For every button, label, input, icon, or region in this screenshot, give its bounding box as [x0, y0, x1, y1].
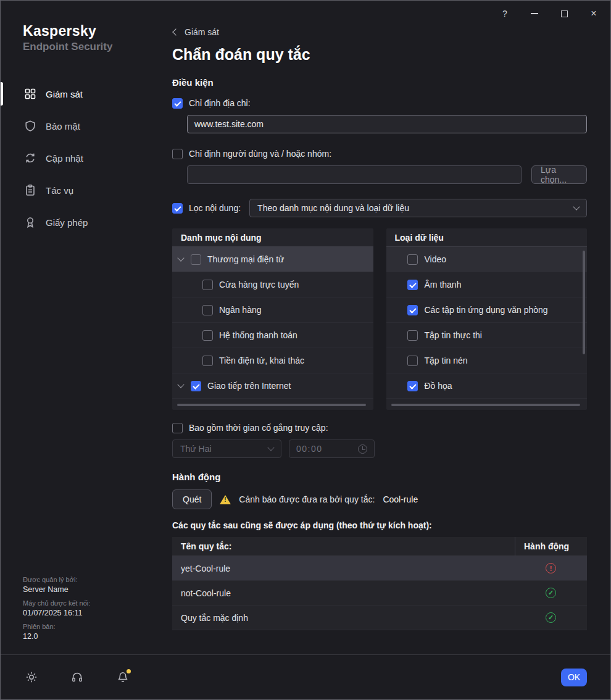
rules-table-header: Tên quy tắc: Hành động	[172, 537, 587, 556]
address-input[interactable]: www.test.site.com	[187, 115, 587, 133]
categories-header: Danh mục nội dung	[172, 228, 373, 247]
category-checkbox[interactable]	[202, 280, 213, 290]
server-connected-value: 01/07/2025 16:11	[23, 609, 90, 617]
horizontal-scrollbar[interactable]	[177, 404, 366, 406]
data-type-checkbox[interactable]	[407, 356, 418, 366]
category-checkbox[interactable]	[191, 254, 201, 265]
sidebar-item-update[interactable]: Cập nhật	[1, 142, 160, 174]
rule-name-column-header: Tên quy tắc:	[172, 537, 515, 556]
clipboard-icon	[24, 184, 36, 196]
breadcrumb[interactable]: Giám sát	[172, 27, 587, 38]
block-status-icon	[546, 563, 556, 573]
category-row[interactable]: Giao tiếp trên Internet	[172, 373, 373, 399]
category-checkbox[interactable]	[191, 381, 201, 391]
rule-action-cell	[515, 588, 587, 598]
rule-name-cell: not-Cool-rule	[172, 588, 515, 598]
category-row[interactable]: Cửa hàng trực tuyến	[172, 272, 373, 298]
table-row[interactable]: not-Cool-rule	[172, 581, 587, 606]
minimize-button[interactable]	[529, 8, 540, 19]
data-type-checkbox[interactable]	[407, 280, 418, 290]
sidebar-item-label: Tác vụ	[46, 185, 73, 196]
sidebar-item-monitoring[interactable]: Giám sát	[1, 78, 160, 110]
category-checkbox[interactable]	[202, 330, 213, 341]
conditions-section-title: Điều kiện	[172, 77, 587, 88]
data-type-checkbox[interactable]	[407, 330, 418, 341]
rule-action-cell	[515, 563, 587, 573]
category-row[interactable]: Thương mại điện tử	[172, 247, 373, 272]
data-type-checkbox[interactable]	[407, 254, 418, 265]
sidebar-item-security[interactable]: Bảo mật	[1, 110, 160, 142]
users-check-row: Chỉ định người dùng và / hoặc nhóm:	[172, 148, 587, 159]
data-type-row[interactable]: Tập tin nén	[386, 348, 588, 373]
data-type-row[interactable]: Các tập tin ứng dụng văn phòng	[386, 298, 588, 323]
maximize-icon	[561, 10, 568, 17]
users-input[interactable]	[187, 165, 522, 184]
vertical-scrollbar[interactable]	[583, 251, 585, 354]
time-input[interactable]: 00:00	[289, 440, 375, 458]
data-type-label: Tập tin nén	[425, 356, 468, 365]
data-type-checkbox[interactable]	[407, 305, 418, 315]
address-check-row: Chỉ định địa chỉ:	[172, 98, 587, 109]
shield-icon	[24, 120, 36, 132]
allow-status-icon	[546, 588, 556, 598]
license-icon	[24, 216, 36, 228]
server-info: Được quản lý bởi: Server Name Máy chủ đư…	[23, 570, 90, 641]
table-row[interactable]: yet-Cool-rule	[172, 556, 587, 581]
sidebar-item-label: Giấy phép	[46, 217, 88, 228]
category-label: Tiền điện tử, khai thác	[219, 356, 304, 365]
users-label: Chỉ định người dùng và / hoặc nhóm:	[189, 149, 331, 159]
users-checkbox[interactable]	[172, 149, 183, 159]
ok-button[interactable]: OK	[561, 669, 587, 686]
category-row[interactable]: Ngân hàng	[172, 298, 373, 323]
choose-users-button[interactable]: Lựa chọn...	[531, 165, 587, 184]
category-row[interactable]: Hệ thống thanh toán	[172, 323, 373, 348]
day-select[interactable]: Thứ Hai	[172, 440, 281, 458]
chevron-down-icon[interactable]	[177, 381, 184, 388]
rules-table: Tên quy tắc: Hành động yet-Cool-rule not…	[172, 537, 587, 630]
settings-button[interactable]	[25, 671, 38, 683]
data-type-checkbox[interactable]	[407, 381, 418, 391]
category-row[interactable]: Tiền điện tử, khai thác	[172, 348, 373, 373]
action-row: Quét Cảnh báo được đưa ra bởi quy tắc: C…	[172, 490, 587, 509]
data-types-panel: Loại dữ liệu Video Âm thanh Các tập tin …	[386, 228, 588, 410]
data-type-row[interactable]: Video	[386, 247, 588, 272]
category-checkbox[interactable]	[202, 305, 213, 315]
sidebar: Kaspersky Endpoint Security Giám sát Bảo…	[1, 1, 160, 654]
warning-text: Cảnh báo được đưa ra bởi quy tắc:	[239, 494, 375, 504]
scan-button-label: Quét	[183, 494, 201, 504]
clock-icon[interactable]	[358, 444, 367, 454]
sidebar-item-label: Bảo mật	[46, 121, 80, 131]
sidebar-nav: Giám sát Bảo mật Cập nhật	[1, 78, 160, 238]
maximize-button[interactable]	[559, 8, 570, 19]
help-button[interactable]: ?	[499, 8, 510, 19]
version-value: 12.0	[23, 632, 90, 641]
chevron-down-icon[interactable]	[177, 254, 184, 261]
address-checkbox[interactable]	[172, 98, 183, 109]
data-type-row[interactable]: Tập tin thực thi	[386, 323, 588, 348]
data-type-row[interactable]: Đồ họa	[386, 373, 588, 399]
data-type-row[interactable]: Âm thanh	[386, 272, 588, 298]
notifications-button[interactable]	[117, 671, 129, 683]
main-content: ? × Giám sát Chẩn đoán quy tắc Điều kiện…	[160, 1, 610, 654]
content-filter-checkbox[interactable]	[172, 203, 183, 214]
sidebar-item-tasks[interactable]: Tác vụ	[1, 174, 160, 206]
dashboard-icon	[24, 88, 36, 100]
time-check-row: Bao gồm thời gian cố gắng truy cập:	[172, 422, 587, 433]
content-filter-selected-value: Theo danh mục nội dung và loại dữ liệu	[257, 203, 409, 213]
close-button[interactable]: ×	[588, 8, 599, 19]
scan-button[interactable]: Quét	[172, 490, 212, 509]
brand-name: Kaspersky	[23, 23, 160, 40]
sidebar-item-license[interactable]: Giấy phép	[1, 206, 160, 238]
chevron-down-icon	[573, 203, 580, 210]
brand: Kaspersky Endpoint Security	[1, 23, 160, 53]
content-filter-select[interactable]: Theo danh mục nội dung và loại dữ liệu	[249, 199, 587, 217]
day-selected-value: Thứ Hai	[180, 444, 212, 454]
support-button[interactable]	[71, 671, 83, 683]
table-row[interactable]: Quy tắc mặc định	[172, 606, 587, 630]
category-checkbox[interactable]	[202, 356, 213, 366]
content-categories-panel: Danh mục nội dung Thương mại điện tử Cửa…	[172, 228, 373, 410]
brand-subtitle: Endpoint Security	[23, 41, 160, 53]
time-checkbox[interactable]	[172, 423, 183, 433]
app-window: Kaspersky Endpoint Security Giám sát Bảo…	[0, 0, 611, 700]
horizontal-scrollbar[interactable]	[391, 404, 580, 406]
